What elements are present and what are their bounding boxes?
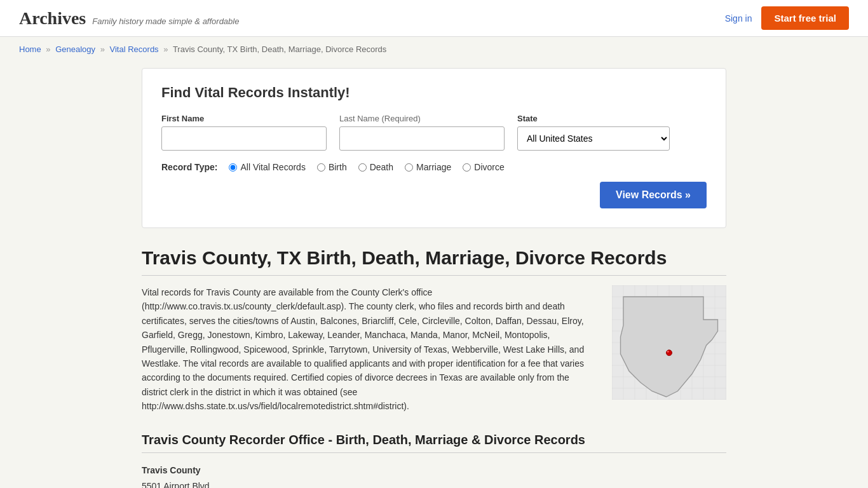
record-type-row: Record Type: All Vital Records Birth Dea…	[161, 162, 707, 172]
radio-death-input[interactable]	[358, 163, 367, 172]
sign-in-link[interactable]: Sign in	[725, 13, 752, 24]
breadcrumb-sep-3: »	[163, 44, 168, 54]
start-trial-button[interactable]: Start free trial	[761, 6, 849, 30]
radio-birth-label: Birth	[329, 162, 347, 172]
breadcrumb-current: Travis County, TX Birth, Death, Marriage…	[173, 44, 386, 54]
radio-divorce-label: Divorce	[474, 162, 504, 172]
svg-point-20	[667, 351, 669, 353]
content-text: Vital records for Travis County are avai…	[142, 285, 593, 414]
recorder-section: Travis County Recorder Office - Birth, D…	[142, 433, 726, 488]
radio-death[interactable]: Death	[358, 162, 393, 172]
page-title: Travis County, TX Birth, Death, Marriage…	[142, 247, 726, 276]
first-name-label: First Name	[161, 114, 327, 123]
radio-death-label: Death	[370, 162, 393, 172]
radio-birth-input[interactable]	[317, 163, 325, 172]
state-label: State	[517, 114, 670, 123]
radio-all-label: All Vital Records	[240, 162, 305, 172]
radio-birth[interactable]: Birth	[317, 162, 347, 172]
search-card: Find Vital Records Instantly! First Name…	[142, 68, 726, 228]
radio-marriage-input[interactable]	[405, 163, 413, 172]
breadcrumb: Home » Genealogy » Vital Records » Travi…	[0, 37, 868, 62]
logo: Archives	[19, 8, 86, 29]
radio-divorce[interactable]: Divorce	[463, 162, 504, 172]
radio-all-input[interactable]	[229, 163, 237, 172]
radio-marriage[interactable]: Marriage	[405, 162, 451, 172]
breadcrumb-vital-records[interactable]: Vital Records	[110, 44, 159, 54]
breadcrumb-genealogy[interactable]: Genealogy	[55, 44, 95, 54]
first-name-group: First Name	[161, 114, 327, 151]
section-heading: Travis County Recorder Office - Birth, D…	[142, 433, 726, 453]
content-area: Vital records for Travis County are avai…	[142, 285, 726, 414]
svg-point-19	[667, 350, 672, 356]
header: Archives Family history made simple & af…	[0, 0, 868, 37]
breadcrumb-home[interactable]: Home	[19, 44, 41, 54]
office-name: Travis County	[142, 463, 726, 478]
breadcrumb-sep-2: »	[100, 44, 105, 54]
office-info: Travis County 5501 Airport Blvd Austin, …	[142, 463, 726, 488]
radio-divorce-input[interactable]	[463, 163, 471, 172]
radio-marriage-label: Marriage	[416, 162, 451, 172]
main: Find Vital Records Instantly! First Name…	[129, 62, 739, 488]
record-type-label: Record Type:	[161, 162, 217, 172]
office-address1: 5501 Airport Blvd	[142, 478, 726, 488]
logo-tagline: Family history made simple & affordable	[92, 17, 239, 26]
breadcrumb-sep-1: »	[46, 44, 50, 54]
view-records-button[interactable]: View Records »	[600, 182, 707, 208]
header-right: Sign in Start free trial	[725, 6, 849, 30]
last-name-label: Last Name (Required)	[339, 114, 505, 123]
search-fields: First Name Last Name (Required) State Al…	[161, 114, 707, 151]
search-title: Find Vital Records Instantly!	[161, 85, 707, 101]
state-select[interactable]: All United States	[517, 126, 670, 151]
radio-all[interactable]: All Vital Records	[229, 162, 305, 172]
first-name-input[interactable]	[161, 126, 327, 151]
state-group: State All United States	[517, 114, 670, 151]
last-name-input[interactable]	[339, 126, 505, 151]
texas-map	[612, 285, 726, 414]
last-name-group: Last Name (Required)	[339, 114, 505, 151]
header-left: Archives Family history made simple & af…	[19, 8, 239, 29]
view-records-row: View Records »	[161, 182, 707, 208]
